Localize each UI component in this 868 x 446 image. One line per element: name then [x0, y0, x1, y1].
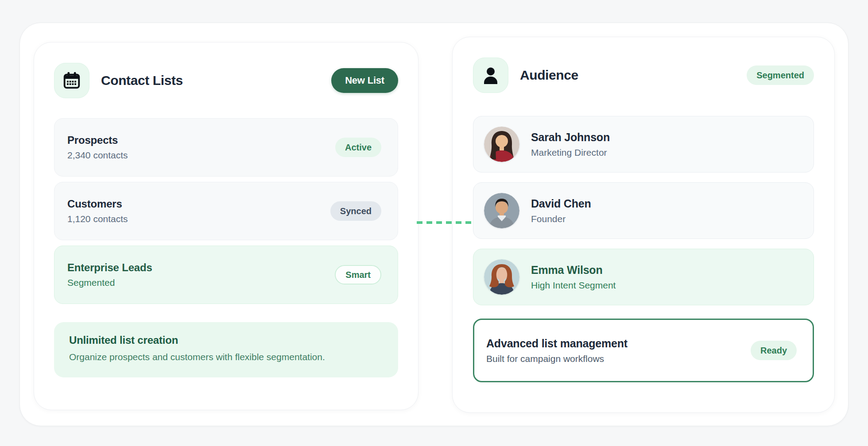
person-role: Marketing Director	[531, 147, 610, 158]
list-item-text: Prospects 2,340 contacts	[67, 134, 128, 161]
person-icon	[473, 58, 508, 93]
person-name: Emma Wilson	[531, 264, 616, 277]
person-name: Sarah Johnson	[531, 131, 610, 144]
list-item-customers[interactable]: Customers 1,120 contacts Synced	[54, 182, 398, 240]
contact-lists-list: Prospects 2,340 contacts Active Customer…	[54, 118, 398, 304]
avatar-david-chen	[484, 193, 519, 228]
person-role: High Intent Segment	[531, 280, 616, 291]
audience-title: Audience	[520, 68, 578, 83]
avatar-emma-wilson	[484, 259, 519, 295]
calendar-icon	[54, 63, 89, 98]
list-item-text: Customers 1,120 contacts	[67, 198, 128, 224]
list-item-subtitle: 2,340 contacts	[67, 150, 128, 161]
list-item-text: Enterprise Leads Segmented	[67, 261, 152, 288]
main-panel: Contact Lists New List Prospects 2,340 c…	[19, 23, 849, 426]
advanced-list-management-box: Advanced list management Built for campa…	[473, 319, 814, 382]
person-name: David Chen	[531, 197, 591, 210]
list-item-enterprise-leads[interactable]: Enterprise Leads Segmented Smart	[54, 246, 398, 304]
unlimited-list-feature-box: Unlimited list creation Organize prospec…	[54, 322, 398, 377]
feature-title: Advanced list management	[486, 337, 628, 350]
feature-text: Advanced list management Built for campa…	[486, 337, 628, 364]
feature-title: Unlimited list creation	[69, 334, 383, 346]
person-text: Sarah Johnson Marketing Director	[531, 131, 610, 158]
feature-body: Organize prospects and customers with fl…	[69, 352, 383, 362]
segmented-badge: Segmented	[747, 65, 814, 85]
status-badge-synced: Synced	[330, 201, 381, 221]
contact-lists-header: Contact Lists New List	[54, 63, 398, 98]
person-role: Founder	[531, 214, 591, 224]
audience-card: Audience Segmented	[452, 37, 835, 413]
feature-subtitle: Built for campaign workflows	[486, 354, 628, 364]
connector-dashed-line	[417, 221, 473, 224]
list-item-title: Customers	[67, 198, 128, 210]
audience-list: Sarah Johnson Marketing Director	[473, 116, 814, 305]
ready-badge: Ready	[751, 341, 797, 360]
status-badge-smart: Smart	[335, 265, 381, 285]
status-badge-active: Active	[335, 138, 381, 157]
list-item-subtitle: Segmented	[67, 277, 152, 288]
person-row-david-chen[interactable]: David Chen Founder	[473, 182, 814, 239]
person-row-emma-wilson[interactable]: Emma Wilson High Intent Segment	[473, 249, 814, 305]
list-item-title: Enterprise Leads	[67, 261, 152, 274]
contact-lists-title: Contact Lists	[101, 73, 183, 88]
person-text: David Chen Founder	[531, 197, 591, 224]
avatar-sarah-johnson	[484, 127, 519, 162]
list-item-subtitle: 1,120 contacts	[67, 214, 128, 224]
new-list-button[interactable]: New List	[331, 68, 398, 93]
audience-header: Audience Segmented	[473, 58, 814, 93]
person-row-sarah-johnson[interactable]: Sarah Johnson Marketing Director	[473, 116, 814, 173]
contact-lists-card: Contact Lists New List Prospects 2,340 c…	[34, 42, 418, 410]
person-text: Emma Wilson High Intent Segment	[531, 264, 616, 291]
list-item-title: Prospects	[67, 134, 128, 146]
list-item-prospects[interactable]: Prospects 2,340 contacts Active	[54, 118, 398, 177]
